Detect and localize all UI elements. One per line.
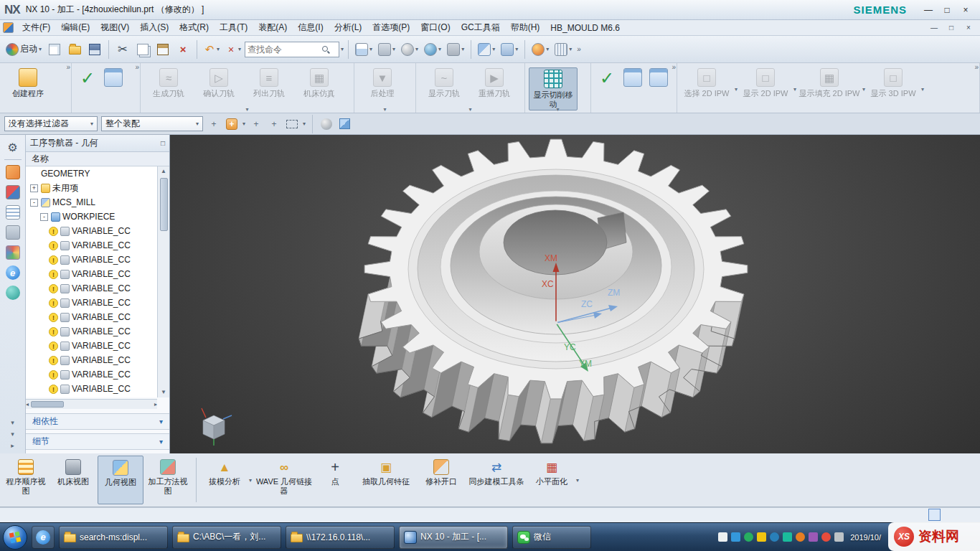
menu-preferences[interactable]: 首选项(P) [367,20,415,35]
tree-row-variable-cc[interactable]: VARIABLE_CC [26,238,157,253]
web-browser-button[interactable] [6,265,20,280]
menu-insert[interactable]: 插入(S) [135,20,174,35]
scroll-right-button[interactable] [154,401,157,408]
group-overflow-button[interactable] [66,63,70,71]
clock[interactable]: 2019/10/ [850,533,881,542]
chevron-down-icon[interactable] [303,121,306,127]
menu-hb-mould[interactable]: HB_MOULD M6.6 [545,22,625,34]
show-2d-ipw-button[interactable]: 显示 2D IPW [740,67,791,98]
scrollbar-thumb[interactable] [31,401,64,408]
workpiece-sheet-button[interactable] [621,67,645,89]
delete-button[interactable] [174,39,192,60]
chevron-down-icon[interactable] [249,477,252,484]
tree-row-variable-cc[interactable]: VARIABLE_CC [26,253,157,267]
reuse-library-button[interactable] [6,245,20,260]
taskbar-item-wechat[interactable]: 微信 [512,526,591,549]
create-geometry-button[interactable] [101,67,126,89]
tray-icon[interactable] [809,532,818,542]
chevron-down-icon[interactable] [793,86,797,93]
tree-row-variable-cc[interactable]: VARIABLE_CC [26,281,157,296]
paste-button[interactable] [154,39,172,60]
close-button[interactable] [960,5,971,15]
menu-edit[interactable]: 编辑(E) [56,20,95,35]
tree-expander[interactable]: + [30,184,38,192]
create-tool-button[interactable] [75,67,100,89]
tree-row-mcs-mill[interactable]: -MCS_MILL [26,195,157,209]
machining-method-view-button[interactable]: 加工方法视图 [145,456,191,504]
tree-row-variable-cc[interactable]: VARIABLE_CC [26,296,157,310]
machine-simulate-button[interactable]: 机床仿真 [295,67,344,98]
taskbar-item-network-folder[interactable]: \\172.16.0.118\... [286,526,395,549]
generate-toolpath-button[interactable]: 生成刀轨 [144,67,193,98]
group-overflow-button[interactable] [135,63,139,71]
workpiece-table-button[interactable] [646,67,671,89]
postprocess-button[interactable]: 后处理 [358,67,407,98]
chevron-down-icon[interactable] [576,477,579,484]
vertical-scrollbar[interactable] [157,166,169,397]
selection-scope-dropdown[interactable]: 整个装配 [101,116,203,131]
tree-row-variable-cc[interactable]: VARIABLE_CC [26,310,157,324]
gear-model[interactable] [359,139,748,443]
command-finder[interactable] [245,42,339,57]
history-button[interactable] [6,286,20,300]
details-section[interactable]: 细节 [26,433,169,450]
taskbar-item-search[interactable]: search-ms:displ... [59,526,168,549]
true-shading-button[interactable] [422,39,443,60]
tray-icon[interactable] [796,532,805,542]
create-program-button[interactable]: 创建程序 [4,67,52,98]
doc-restore-button[interactable] [946,24,957,32]
menu-information[interactable]: 信息(I) [293,20,328,35]
tree-row-variable-cc[interactable]: VARIABLE_CC [26,367,157,382]
save-button[interactable] [85,39,104,60]
selection-filter-dropdown[interactable]: 没有选择过滤器 [4,116,98,131]
maximize-button[interactable] [941,5,953,15]
navigator-column-header[interactable]: 名称 [26,152,169,166]
menu-analysis[interactable]: 分析(L) [329,20,367,35]
verify-toolpath-button[interactable]: 确认刀轨 [194,67,243,98]
extract-geometry-button[interactable]: 抽取几何特征 [355,456,417,504]
view-orientation-triad[interactable] [202,408,232,446]
minimize-button[interactable] [923,5,934,15]
tray-icon[interactable] [834,532,844,542]
shaded-view-button[interactable] [319,117,334,131]
scroll-left-button[interactable] [26,401,29,408]
list-toolpath-button[interactable]: 列出刀轨 [245,67,293,98]
select-2d-ipw-button[interactable]: 选择 2D IPW [681,67,732,98]
move-object-button[interactable] [499,39,520,60]
copy-button[interactable] [133,39,152,60]
menu-help[interactable]: 帮助(H) [506,20,545,35]
tree-row-variable-cc[interactable]: VARIABLE_CC [26,267,157,281]
undo-button[interactable] [202,39,222,60]
gear-model-view[interactable]: XM XC ZM ZC YC YM [170,135,980,453]
tree-row-variable-cc[interactable]: VARIABLE_CC [26,324,157,339]
doc-minimize-button[interactable] [928,24,940,32]
replay-toolpath-button[interactable]: 重播刀轨 [470,67,519,98]
menu-gc-toolbox[interactable]: GC工具箱 [456,20,505,35]
tray-icon[interactable] [757,532,766,542]
draft-analysis-button[interactable]: 拔模分析 [202,456,248,504]
facet-body-button[interactable]: 小平面化 [529,456,575,504]
menu-assemblies[interactable]: 装配(A) [253,20,292,35]
machine-tool-view-button[interactable]: 机床视图 [50,456,96,504]
dependencies-section[interactable]: 相依性 [26,413,169,430]
snap-midpoint-button[interactable] [249,117,263,131]
chevron-down-icon[interactable] [11,419,14,426]
view-orient-button[interactable] [376,39,397,60]
ime-float-icon[interactable] [928,509,941,521]
patch-opening-button[interactable]: 修补开口 [418,456,464,504]
tree-expander[interactable]: - [30,199,38,207]
scrollbar-thumb[interactable] [160,178,168,231]
horizontal-scrollbar[interactable] [26,399,157,409]
command-finder-input[interactable] [248,44,319,55]
chevron-down-icon[interactable] [920,86,925,93]
workpiece-check-button[interactable] [595,67,619,89]
tree-expander[interactable]: - [40,213,48,221]
tray-icon[interactable] [718,532,727,542]
tray-icon[interactable] [770,532,779,542]
tree-row-variable-cc[interactable]: VARIABLE_CC [26,382,157,396]
chevron-down-icon[interactable] [242,121,245,127]
chevron-right-icon[interactable] [11,442,14,449]
program-order-view-button[interactable]: 程序顺序视图 [3,456,49,504]
start-button[interactable] [3,525,27,550]
taskbar-item-nx[interactable]: NX 10 - 加工 - [... [399,526,508,549]
